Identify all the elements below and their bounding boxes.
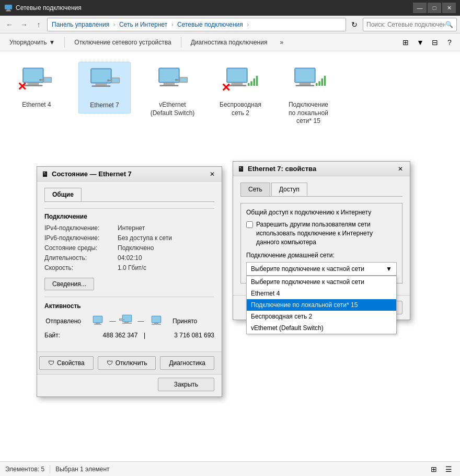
more-button[interactable]: »: [274, 36, 289, 49]
bytes-sent: 488 362 347: [75, 332, 137, 339]
disconnect-button[interactable]: Отключение сетевого устройства: [69, 36, 176, 49]
diagnostics-button[interactable]: Диагностика подключения: [186, 36, 273, 49]
speed-val: 1.0 Гбит/с: [118, 264, 214, 271]
organize-button[interactable]: Упорядочить ▼: [4, 36, 60, 49]
allow-checkbox[interactable]: [246, 221, 253, 228]
svg-rect-40: [318, 81, 320, 86]
dropdown-list: Выберите подключение к частной сети Ethe…: [246, 276, 397, 334]
title-bar-icon: [4, 4, 13, 12]
disconnect-icon: 🛡: [107, 359, 113, 367]
title-bar: Сетевые подключения — □ ✕: [0, 0, 460, 16]
eth7-icon-wrapper: [86, 65, 123, 98]
svg-rect-49: [124, 322, 129, 323]
svg-rect-44: [94, 316, 102, 322]
back-button[interactable]: ←: [3, 18, 16, 31]
properties-button[interactable]: 🛡 Свойства: [39, 356, 94, 370]
ipv4-val: Интернет: [118, 224, 214, 232]
svg-rect-46: [94, 324, 101, 325]
dropdown-icon: ▼: [49, 39, 55, 46]
search-input[interactable]: [366, 21, 445, 28]
toolbar-separator: [64, 37, 65, 48]
close-footer-button[interactable]: Закрыть: [158, 378, 214, 391]
minimize-button[interactable]: —: [413, 3, 427, 13]
dropdown-item-3[interactable]: Беспроводная сеть 2: [247, 311, 396, 322]
props-dialog-icon: 🖥: [237, 165, 245, 173]
network-icon-lan15[interactable]: Подключение по локальной сети* 15: [282, 62, 335, 129]
search-box: 🔍: [363, 18, 457, 31]
status-tab-general[interactable]: Общие: [44, 188, 82, 201]
status-dialog-close[interactable]: ✕: [207, 169, 217, 179]
status-bar: Элементов: 5 Выбран 1 элемент ⊞ ☰: [0, 461, 460, 476]
refresh-button[interactable]: ↻: [348, 18, 361, 31]
status-dialog-titlebar: 🖥 Состояние — Ethernet 7 ✕: [37, 167, 222, 182]
wifi2-disconnected-icon: ✕: [221, 82, 231, 94]
svg-rect-26: [175, 79, 177, 81]
search-icon: 🔍: [445, 21, 453, 28]
view-pane-button[interactable]: ⊟: [429, 36, 441, 49]
props-dialog-close[interactable]: ✕: [395, 164, 406, 174]
window-title: Сетевые подключения: [16, 4, 413, 12]
network-icon-eth7[interactable]: Ethernet 7: [78, 62, 131, 114]
media-row: Состояние среды: Подключено: [44, 244, 214, 252]
dropdown-selected: Выберите подключение к частной сети: [251, 265, 364, 273]
svg-rect-34: [256, 76, 258, 86]
allow-checkbox-label: Разрешить другим пользователям сети испо…: [256, 220, 397, 246]
media-key: Состояние среды:: [44, 244, 118, 252]
close-button[interactable]: ✕: [442, 3, 456, 13]
dropdown-item-0[interactable]: Выберите подключение к частной сети: [247, 276, 396, 288]
status-close-area: Закрыть: [37, 374, 222, 396]
network-icon-veth[interactable]: vEthernet (Default Switch): [146, 62, 199, 120]
shared-access-title: Общий доступ к подключению к Интернету: [246, 209, 397, 216]
svg-rect-32: [250, 81, 252, 86]
props-dialog-title: Ethernet 7: свойства: [248, 165, 395, 173]
ipv6-row: IPv6-подключение: Без доступа к сети: [44, 234, 214, 242]
dropdown-item-2[interactable]: Подключение по локальной сети* 15: [247, 299, 396, 311]
status-separator: [50, 465, 50, 473]
ipv4-key: IPv4-подключение:: [44, 224, 118, 232]
wifi2-icon-wrapper: ✕: [222, 65, 259, 98]
svg-rect-18: [107, 80, 109, 82]
svg-rect-36: [296, 69, 315, 82]
activity-section: Активность Отправлено — — Принято Байт: …: [44, 297, 214, 339]
svg-rect-14: [92, 85, 111, 87]
recv-label: Принято: [172, 318, 214, 325]
speed-key: Скорость:: [44, 264, 118, 271]
toolbar-separator2: [181, 37, 181, 48]
forward-button[interactable]: →: [18, 18, 30, 31]
speed-row: Скорость: 1.0 Гбит/с: [44, 264, 214, 271]
status-icons-view[interactable]: ⊞: [428, 463, 440, 475]
svg-rect-45: [96, 323, 100, 324]
ipv4-row: IPv4-подключение: Интернет: [44, 224, 214, 232]
svg-rect-33: [254, 78, 256, 86]
dropdown-item-1[interactable]: Ethernet 4: [247, 288, 396, 299]
network-icon-eth4[interactable]: ✕ Ethernet 4: [10, 62, 63, 112]
disconnect-footer-button[interactable]: 🛡 Отключить: [98, 356, 156, 370]
eth7-label: Ethernet 7: [90, 101, 119, 110]
maximize-button[interactable]: □: [428, 3, 441, 13]
svg-rect-22: [160, 85, 179, 86]
svg-rect-57: [152, 324, 161, 325]
svg-rect-50: [122, 323, 132, 324]
svg-rect-0: [5, 5, 12, 9]
status-list-view[interactable]: ☰: [442, 463, 455, 475]
tab-network[interactable]: Сеть: [240, 183, 270, 196]
view-icon-button[interactable]: ⊞: [399, 36, 412, 49]
eth4-label: Ethernet 4: [22, 101, 51, 109]
svg-rect-39: [316, 83, 318, 86]
dropdown-container: Выберите подключение к частной сети ▼ Вы…: [246, 262, 397, 276]
network-icon-wifi2[interactable]: ✕ Беспроводная сеть 2: [214, 62, 267, 120]
shared-access-group: Общий доступ к подключению к Интернету Р…: [240, 203, 402, 284]
veth-icon-wrapper: [154, 65, 191, 98]
dropdown-button[interactable]: Выберите подключение к частной сети ▼: [246, 262, 397, 276]
eth4-disconnected-icon: ✕: [17, 81, 30, 94]
diagnostics-footer-button[interactable]: Диагностика: [160, 356, 214, 370]
lan15-computer-icon: [290, 65, 327, 96]
svg-rect-2: [6, 10, 11, 12]
details-button[interactable]: Сведения...: [44, 278, 94, 290]
view-dropdown-button[interactable]: ▼: [414, 36, 427, 49]
dropdown-item-4[interactable]: vEthemet (Default Switch): [247, 322, 396, 334]
connection-group: Подключение IPv4-подключение: Интернет I…: [44, 208, 214, 271]
up-button[interactable]: ↑: [32, 18, 45, 31]
tab-access[interactable]: Доступ: [271, 183, 307, 196]
help-button[interactable]: ?: [443, 36, 456, 49]
